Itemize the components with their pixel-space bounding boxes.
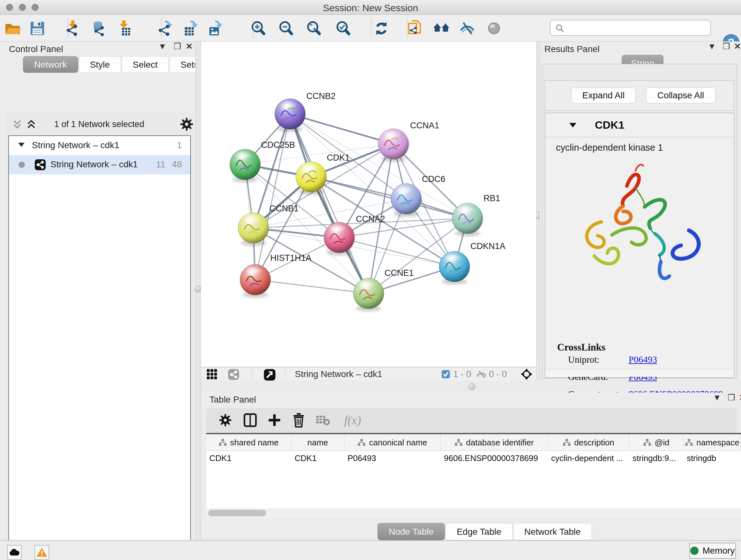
cell-canonical-name[interactable]: P06493 — [344, 451, 441, 465]
edge-HIST1H1A-CCNE1[interactable] — [255, 280, 368, 294]
string-homes-icon[interactable] — [432, 19, 451, 38]
import-database-icon[interactable] — [89, 19, 108, 38]
snapshot-icon[interactable] — [406, 19, 424, 38]
tab-node-table[interactable]: Node Table — [378, 523, 445, 540]
node-RB1[interactable] — [452, 203, 483, 236]
node-CCNE1[interactable] — [353, 278, 384, 311]
network-view-canvas[interactable]: CCNB2 CCNA1 CDC25B CDK1 — [201, 42, 536, 367]
edge-CCNB2-CCNE1[interactable] — [290, 114, 368, 294]
column-header-@id[interactable]: @id — [629, 434, 684, 451]
zoom-in-icon[interactable] — [249, 19, 268, 38]
node-label-CCNB1: CCNB1 — [269, 204, 299, 213]
tab-edge-table[interactable]: Edge Table — [446, 523, 513, 540]
cell-@id[interactable]: stringdb:9... — [629, 451, 684, 465]
control-panel-close-icon[interactable]: ✕ — [186, 42, 193, 53]
open-folder-icon[interactable] — [3, 19, 22, 38]
control-panel-collapse-icon[interactable]: ▼ — [158, 42, 166, 53]
fit-selected-crosshair-icon[interactable] — [520, 368, 533, 381]
cloud-icon[interactable] — [7, 545, 22, 560]
delete-table-icon[interactable] — [314, 411, 332, 429]
delete-column-icon[interactable] — [290, 411, 308, 429]
node-HIST1H1A[interactable] — [240, 264, 271, 298]
column-header-namespace[interactable]: namespace — [684, 434, 741, 451]
expand-all-button[interactable]: Expand All — [571, 87, 636, 104]
column-header-shared-name[interactable]: shared name — [206, 434, 291, 451]
zoom-out-icon[interactable] — [277, 19, 295, 38]
string-network-icon — [35, 159, 46, 171]
column-header-database-identifier[interactable]: database identifier — [441, 434, 548, 451]
birdseye-view-icon[interactable] — [264, 369, 276, 381]
function-builder-button[interactable]: f(x) — [338, 411, 367, 429]
memory-button[interactable]: Memory — [689, 543, 736, 559]
splitter-handle[interactable] — [195, 286, 202, 293]
selected-checkbox-icon[interactable] — [441, 370, 450, 379]
divider — [472, 369, 472, 379]
network-options-gear-icon[interactable] — [180, 118, 193, 131]
tab-network[interactable]: Network — [23, 56, 78, 73]
column-header-name[interactable]: name — [291, 434, 344, 451]
collapse-all-button[interactable]: Collapse All — [646, 87, 716, 104]
results-panel-float-icon[interactable]: ❒ — [723, 42, 730, 53]
table-panel-close-icon[interactable]: ✕ — [739, 393, 741, 404]
export-network-icon[interactable] — [156, 19, 174, 38]
column-header-canonical-name[interactable]: canonical name — [344, 434, 441, 451]
left-splitter[interactable] — [195, 42, 201, 540]
search-box — [550, 20, 711, 36]
eye-gray-icon[interactable] — [485, 19, 503, 38]
show-columns-icon[interactable] — [241, 411, 259, 429]
node-CDKN1A[interactable] — [439, 251, 470, 285]
table-panel-float-icon[interactable]: ❒ — [728, 393, 735, 404]
results-panel-collapse-icon[interactable]: ▼ — [708, 42, 716, 53]
cell-description[interactable]: cyclin-dependent ... — [548, 451, 629, 465]
results-panel-close-icon[interactable]: ✕ — [734, 42, 741, 53]
tab-select[interactable]: Select — [122, 56, 169, 73]
right-splitter[interactable] — [536, 42, 540, 381]
save-icon[interactable] — [28, 19, 47, 38]
table-panel-collapse-icon[interactable]: ▼ — [713, 393, 721, 404]
results-hscrollbar[interactable] — [546, 369, 733, 377]
tab-style[interactable]: Style — [79, 56, 121, 73]
cell-database-identifier[interactable]: 9606.ENSP00000378699 — [441, 451, 548, 465]
window-title: Session: New Session — [0, 3, 741, 13]
network-selection-status: 1 of 1 Network selected — [8, 119, 190, 129]
search-input[interactable] — [568, 22, 708, 34]
cell-namespace[interactable]: stringdb — [684, 451, 741, 465]
control-panel: Control Panel ▼ ❒ ✕ NetworkStyleSelectSe… — [0, 42, 195, 540]
main-toolbar: ? — [0, 15, 741, 42]
control-panel-float-icon[interactable]: ❒ — [174, 42, 181, 53]
table-settings-gear-icon[interactable] — [216, 411, 234, 429]
eye-hide-icon[interactable] — [458, 19, 476, 38]
cell-shared-name[interactable]: CDK1 — [206, 451, 291, 465]
gene-expander-icon[interactable] — [569, 121, 577, 129]
zoom-selected-icon[interactable] — [334, 19, 353, 38]
column-header-description[interactable]: description — [548, 434, 629, 451]
node-CCNB1[interactable] — [238, 212, 269, 246]
cell-name[interactable]: CDK1 — [291, 451, 344, 465]
grid-view-icon[interactable] — [206, 369, 217, 380]
scrollbar-thumb[interactable] — [208, 510, 266, 516]
warning-icon[interactable] — [35, 545, 49, 560]
crosslink-link[interactable]: P06493 — [629, 354, 657, 365]
node-CDK1[interactable] — [296, 162, 327, 195]
add-column-icon[interactable] — [266, 411, 283, 429]
node-CDC25B[interactable] — [230, 149, 260, 182]
edge-CCNB2-CCNA1[interactable] — [290, 114, 394, 144]
network-collection-row[interactable]: String Network – cdk1 1 — [9, 136, 190, 155]
hidden-eye-slash-icon[interactable] — [476, 370, 487, 379]
splitter-handle[interactable] — [468, 383, 475, 390]
refresh-icon[interactable] — [372, 19, 391, 38]
table-hscrollbar[interactable] — [206, 508, 741, 518]
export-table-icon[interactable] — [181, 19, 200, 38]
import-table-icon[interactable] — [115, 19, 133, 38]
network-row[interactable]: String Network – cdk1 11 48 — [9, 155, 190, 174]
export-image-icon[interactable] — [206, 19, 224, 38]
collection-expander-icon[interactable] — [17, 140, 25, 149]
network-view-icon[interactable] — [228, 369, 239, 380]
node-CCNA1[interactable] — [378, 129, 409, 162]
network-list: String Network – cdk1 1 String Network –… — [8, 135, 191, 560]
zoom-fit-icon[interactable] — [305, 19, 323, 38]
gene-section-header[interactable]: CDK1 — [545, 113, 734, 137]
import-network-icon[interactable] — [64, 19, 82, 38]
tab-network-table[interactable]: Network Table — [513, 523, 592, 540]
table-row[interactable]: CDK1CDK1P064939606.ENSP00000378699cyclin… — [206, 451, 741, 465]
